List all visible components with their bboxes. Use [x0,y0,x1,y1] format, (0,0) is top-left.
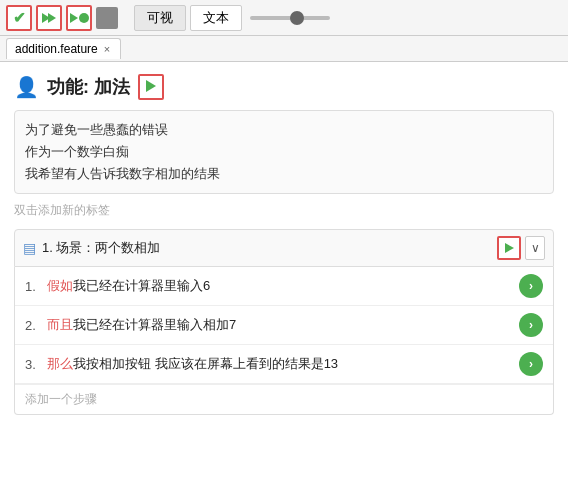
tab-label: addition.feature [15,42,98,56]
step-number: 3. [25,357,43,372]
step-item: 1. 假如 我已经在计算器里输入6 › [15,267,553,306]
scenario-title: 1. 场景：两个数相加 [42,239,497,257]
step-keyword-then: 那么 [47,355,73,373]
toolbar: ✔ 可视 文本 [0,0,568,36]
fast-forward-icon [42,13,56,23]
chevron-down-icon: ∨ [531,241,540,255]
visual-mode-button[interactable]: 可视 [134,5,186,31]
main-content: 👤 功能: 加法 为了避免一些愚蠢的错误 作为一个数学白痴 我希望有人告诉我数字… [0,62,568,501]
step-item: 2. 而且 我已经在计算器里输入相加7 › [15,306,553,345]
step-text: 我已经在计算器里输入6 [73,277,519,295]
feature-play-icon [146,80,156,95]
steps-list: 1. 假如 我已经在计算器里输入6 › 2. 而且 我已经在计算器里输入相加7 … [14,267,554,415]
tab-close-button[interactable]: × [102,43,112,55]
fast-forward-button[interactable] [36,5,62,31]
record-button[interactable] [66,5,92,31]
step-run-button-3[interactable]: › [519,352,543,376]
step-arrow-icon: › [529,357,533,371]
description-line-2: 作为一个数学白痴 [25,141,543,163]
step-number: 2. [25,318,43,333]
zoom-slider[interactable] [250,16,330,20]
scenario-actions: ∨ [497,236,545,260]
description-line-1: 为了避免一些愚蠢的错误 [25,119,543,141]
scenario-play-icon [505,241,514,256]
add-step-button[interactable]: 添加一个步骤 [15,384,553,414]
user-icon: 👤 [14,75,39,99]
step-arrow-icon: › [529,279,533,293]
tab-addition-feature[interactable]: addition.feature × [6,38,121,59]
step-item: 3. 那么 我按相加按钮 我应该在屏幕上看到的结果是13 › [15,345,553,384]
scenario-play-button[interactable] [497,236,521,260]
step-keyword-and: 而且 [47,316,73,334]
feature-description: 为了避免一些愚蠢的错误 作为一个数学白痴 我希望有人告诉我数字相加的结果 [14,110,554,194]
description-line-3: 我希望有人告诉我数字相加的结果 [25,163,543,185]
step-number: 1. [25,279,43,294]
stop-button[interactable] [96,7,118,29]
feature-heading: 👤 功能: 加法 [14,74,554,100]
check-icon: ✔ [13,9,26,27]
step-arrow-icon: › [529,318,533,332]
tab-bar: addition.feature × [0,36,568,62]
add-tag-hint[interactable]: 双击添加新的标签 [14,202,554,219]
check-button[interactable]: ✔ [6,5,32,31]
step-text: 我已经在计算器里输入相加7 [73,316,519,334]
scenario-collapse-button[interactable]: ∨ [525,236,545,260]
step-run-button-1[interactable]: › [519,274,543,298]
step-keyword-given: 假如 [47,277,73,295]
zoom-slider-container [250,16,330,20]
record-icon [70,13,89,23]
feature-play-button[interactable] [138,74,164,100]
scenario-icon: ▤ [23,240,36,256]
feature-title: 功能: 加法 [47,75,130,99]
text-mode-button[interactable]: 文本 [190,5,242,31]
step-run-button-2[interactable]: › [519,313,543,337]
step-text: 我按相加按钮 我应该在屏幕上看到的结果是13 [73,355,519,373]
scenario-header: ▤ 1. 场景：两个数相加 ∨ [14,229,554,267]
